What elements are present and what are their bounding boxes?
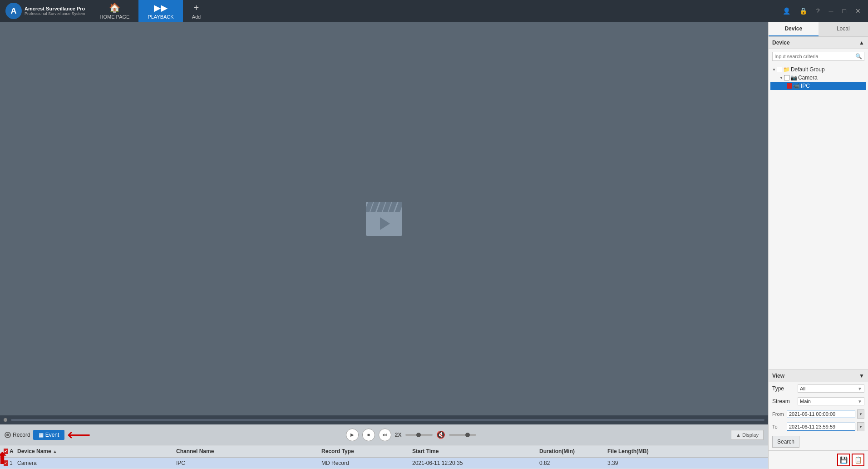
app-logo-icon: A — [5, 3, 22, 19]
right-panel: Device Local Device ▲ 🔍 ▼ 📁 Default Grou… — [768, 22, 868, 469]
folder-icon: 📁 — [783, 66, 790, 73]
table-col-duration: Duration(Min) — [536, 447, 604, 455]
add-icon: + — [194, 3, 199, 13]
search-icon[interactable]: 🔍 — [855, 53, 862, 60]
from-datetime-dropdown[interactable]: ▼ — [857, 409, 864, 419]
panel-spacer — [769, 92, 868, 369]
to-datetime-dropdown[interactable]: ▼ — [857, 422, 864, 431]
type-row: Type All ▼ — [769, 382, 868, 395]
help-icon[interactable]: ? — [814, 6, 823, 15]
display-button[interactable]: ▲ Display — [731, 430, 764, 440]
tree-check-camera[interactable] — [784, 75, 789, 80]
type-select-arrow: ▼ — [858, 386, 862, 391]
tree-item-default-group[interactable]: ▼ 📁 Default Group — [770, 65, 866, 74]
panel-tabs: Device Local — [769, 22, 868, 37]
device-search-input[interactable] — [774, 54, 855, 59]
stream-select-arrow: ▼ — [858, 399, 862, 404]
row-size: 3.39 — [604, 459, 768, 467]
speed-slider[interactable] — [405, 434, 433, 436]
record-radio[interactable]: Record — [5, 432, 30, 438]
app-title-main: Amcrest Surveillance Pro — [25, 6, 85, 11]
to-datetime-input[interactable] — [787, 423, 855, 431]
timeline-track[interactable] — [11, 419, 764, 421]
row-arrow-area: ✓ 1 Camera IPC MD Record 2021-06-11 12:2… — [0, 458, 768, 469]
to-row: To ▼ — [769, 420, 868, 433]
tab-device[interactable]: Device — [769, 22, 819, 36]
titlebar-right: 👤 🔒 ? ─ □ ✕ — [780, 6, 868, 15]
table-col-type: Record Type — [318, 447, 409, 455]
fast-forward-button[interactable]: ⏭ — [379, 429, 391, 441]
row-device: Camera — [14, 459, 173, 467]
radio-circle — [5, 432, 11, 438]
save-icon: 💾 — [840, 456, 848, 464]
save-button[interactable]: 💾 — [837, 454, 850, 466]
from-datetime-input[interactable] — [787, 410, 855, 418]
tree-item-camera[interactable]: ▼ 📷 Camera — [770, 74, 866, 82]
select-all-checkbox[interactable]: ✓ — [4, 449, 8, 454]
event-arrow-indicator: ⟵ — [67, 427, 91, 443]
view-collapse-icon[interactable]: ▼ — [859, 373, 864, 379]
export-icon: 📋 — [854, 456, 862, 464]
playback-controls: ▶ ■ ⏭ 2X 🔇 — [94, 429, 727, 441]
view-section-header: View ▼ — [769, 370, 868, 382]
video-player[interactable] — [0, 22, 768, 415]
camera-icon: 📷 — [790, 75, 797, 81]
volume-slider[interactable] — [449, 434, 476, 436]
export-button[interactable]: 📋 — [852, 454, 864, 466]
row-checkbox-container: ✓ 1 — [4, 460, 10, 466]
table-col-size: File Length(MB) — [604, 447, 768, 455]
volume-icon[interactable]: 🔇 — [436, 430, 445, 439]
device-tree: ▼ 📁 Default Group ▼ 📷 Camera 📹 IPC — [769, 64, 868, 92]
play-button[interactable]: ▶ — [346, 429, 359, 441]
table-row[interactable]: ✓ 1 Camera IPC MD Record 2021-06-11 12:2… — [0, 458, 768, 469]
titlebar-left: A Amcrest Surveillance Pro Professional … — [0, 0, 210, 22]
tree-expand-camera-icon: ▼ — [779, 76, 783, 80]
collapse-icon[interactable]: ▲ — [859, 40, 864, 46]
nav-home[interactable]: 🏠 HOME PAGE — [91, 0, 139, 22]
clapper-body — [366, 212, 402, 236]
row-channel: IPC — [173, 459, 318, 467]
maximize-icon[interactable]: □ — [840, 6, 849, 15]
event-icon: ▦ — [39, 432, 44, 438]
tab-local[interactable]: Local — [819, 22, 868, 36]
sort-arrow-icon[interactable]: ▲ — [53, 449, 57, 454]
user-icon[interactable]: 👤 — [780, 6, 793, 15]
clapper-top — [366, 202, 402, 212]
row-start: 2021-06-11 12:20:35 — [409, 459, 536, 467]
nav-playback[interactable]: ▶▶ PLAYBACK — [138, 0, 182, 22]
row-check-cell: ✓ 1 — [0, 459, 14, 467]
search-input-area[interactable]: 🔍 — [772, 52, 864, 61]
tree-check-ipc[interactable] — [787, 83, 792, 89]
app-logo: A Amcrest Surveillance Pro Professional … — [0, 3, 91, 19]
video-placeholder — [366, 202, 402, 236]
chevron-up-icon: ▲ — [736, 432, 741, 438]
search-button[interactable]: Search — [772, 436, 799, 448]
close-icon[interactable]: ✕ — [853, 6, 863, 15]
event-button[interactable]: ▦ Event — [33, 430, 65, 440]
tree-expand-icon: ▼ — [772, 68, 776, 72]
select-all-container: ✓ All — [4, 448, 10, 454]
stop-button[interactable]: ■ — [362, 429, 375, 441]
volume-slider-thumb — [465, 433, 470, 437]
view-section: View ▼ Type All ▼ Stream Main ▼ From — [769, 369, 868, 450]
tree-item-ipc[interactable]: 📹 IPC — [770, 82, 866, 90]
row-checkbox[interactable]: ✓ — [4, 460, 8, 466]
tree-check-default-group[interactable] — [777, 67, 782, 72]
device-section-header: Device ▲ — [769, 37, 868, 49]
minimize-icon[interactable]: ─ — [826, 6, 836, 15]
controls-bar: Record ▦ Event ⟵ ▶ ■ ⏭ 2X 🔇 — [0, 424, 768, 445]
titlebar: A Amcrest Surveillance Pro Professional … — [0, 0, 868, 22]
home-icon: 🏠 — [109, 2, 120, 13]
from-row: From ▼ — [769, 408, 868, 420]
clapper-stripes — [366, 202, 402, 212]
lock-icon[interactable]: 🔒 — [797, 6, 810, 15]
timeline-bar[interactable] — [0, 415, 768, 424]
type-select[interactable]: All ▼ — [798, 384, 864, 393]
radio-inner — [6, 434, 9, 436]
nav-add[interactable]: + Add — [183, 0, 210, 22]
record-type-group: Record ▦ Event ⟵ — [5, 427, 91, 443]
playback-icon: ▶▶ — [154, 2, 168, 13]
play-triangle-icon — [380, 217, 390, 230]
speed-label: 2X — [395, 432, 402, 438]
stream-select[interactable]: Main ▼ — [798, 397, 864, 405]
